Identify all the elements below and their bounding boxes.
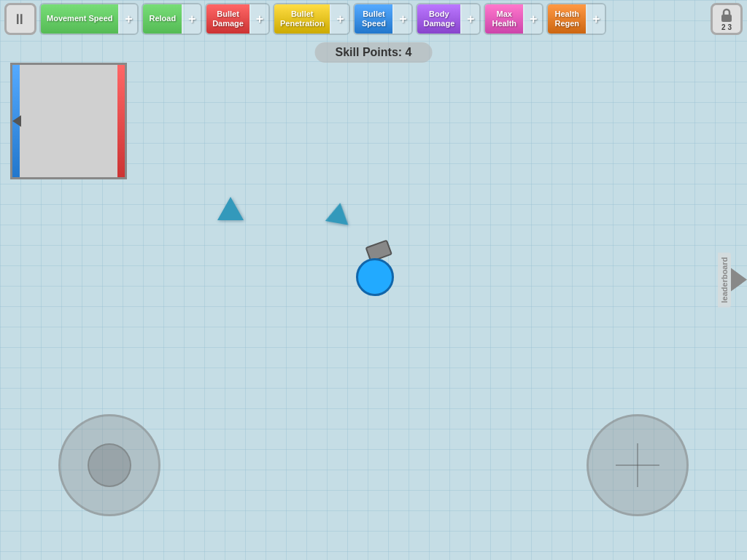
leaderboard-button[interactable]: leaderboard xyxy=(718,253,747,308)
lock-button[interactable]: 2 3 xyxy=(711,3,743,35)
skill-btn-bullet-damage[interactable]: BulletDamage + xyxy=(205,3,270,35)
minimap-arrow xyxy=(12,115,21,127)
skill-plus-bullet-damage[interactable]: + xyxy=(249,4,268,34)
skill-plus-reload[interactable]: + xyxy=(182,4,201,34)
leaderboard-arrow-icon xyxy=(731,268,747,292)
skill-label-max-health: MaxHealth xyxy=(485,4,523,34)
skill-plus-health-regen[interactable]: + xyxy=(586,4,605,34)
player-circle xyxy=(356,258,394,296)
skill-label-health-regen: HealthRegen xyxy=(548,4,586,34)
skill-label-movement-speed: Movement Speed xyxy=(41,4,118,34)
minimap xyxy=(10,63,127,179)
skill-points-display: Skill Points: 4 xyxy=(315,42,433,63)
skill-plus-bullet-penetration[interactable]: + xyxy=(330,4,349,34)
joystick-right[interactable] xyxy=(587,414,689,516)
skill-plus-body-damage[interactable]: + xyxy=(460,4,479,34)
pause-button[interactable]: ⏸ xyxy=(4,3,36,35)
skill-plus-max-health[interactable]: + xyxy=(523,4,542,34)
skill-btn-bullet-speed[interactable]: BulletSpeed + xyxy=(353,3,413,35)
minimap-right-bar xyxy=(117,65,125,177)
skill-btn-movement-speed[interactable]: Movement Speed + xyxy=(39,3,139,35)
skill-plus-bullet-speed[interactable]: + xyxy=(392,4,411,34)
top-bar: ⏸ Movement Speed + Reload + BulletDamage… xyxy=(0,0,747,38)
joystick-left-inner xyxy=(88,443,131,487)
enemy-triangle-2 xyxy=(325,201,352,225)
skill-btn-bullet-penetration[interactable]: BulletPenetration + xyxy=(273,3,351,35)
skill-label-reload: Reload xyxy=(143,4,182,34)
skill-points-text: Skill Points: 4 xyxy=(336,46,412,58)
skill-btn-health-regen[interactable]: HealthRegen + xyxy=(546,3,606,35)
skill-btn-reload[interactable]: Reload + xyxy=(142,3,202,35)
joystick-right-crosshair xyxy=(616,443,659,487)
svg-rect-0 xyxy=(721,15,732,22)
skill-label-bullet-penetration: BulletPenetration xyxy=(274,4,330,34)
skill-label-bullet-speed: BulletSpeed xyxy=(355,4,392,34)
skill-label-body-damage: BodyDamage xyxy=(417,4,460,34)
lock-number: 2 3 xyxy=(721,23,732,31)
lock-icon xyxy=(719,7,734,23)
leaderboard-label: leaderboard xyxy=(718,253,731,308)
skill-btn-body-damage[interactable]: BodyDamage + xyxy=(416,3,481,35)
skill-btn-max-health[interactable]: MaxHealth + xyxy=(484,3,543,35)
joystick-left[interactable] xyxy=(58,414,160,516)
skill-label-bullet-damage: BulletDamage xyxy=(206,4,249,34)
pause-icon: ⏸ xyxy=(12,11,28,28)
skill-plus-movement-speed[interactable]: + xyxy=(118,4,137,34)
enemy-triangle-1 xyxy=(217,197,244,220)
